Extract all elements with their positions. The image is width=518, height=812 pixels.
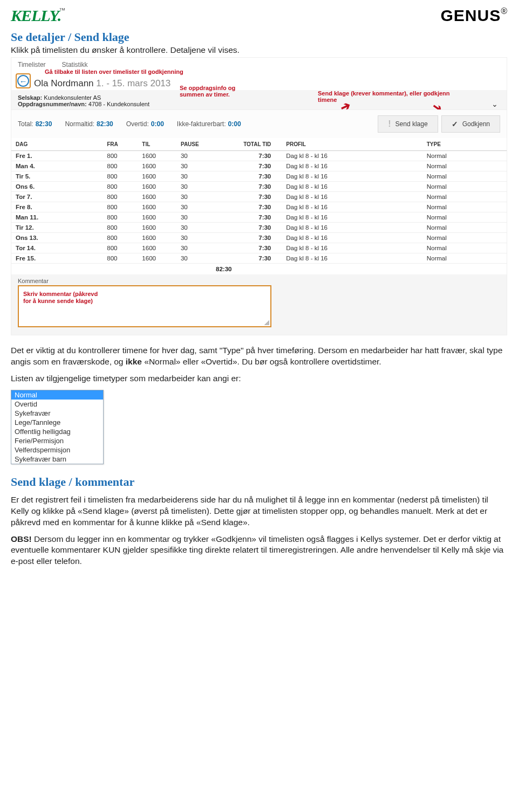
section-title-send-klage: Send klage / kommentar (11, 475, 507, 489)
comment-textarea[interactable]: Skriv kommentar (påkrevd for å kunne sen… (18, 285, 271, 327)
total-label: Total: (18, 120, 33, 128)
table-row: Man 11.8001600307:30Dag kl 8 - kl 16Norm… (11, 212, 507, 223)
dropdown-item[interactable]: Offentlig helligdag (11, 427, 103, 436)
dropdown-item[interactable]: Lege/Tannlege (11, 418, 103, 427)
timesheet-screenshot: Timelister Statistikk ← Gå tilbake til l… (11, 57, 507, 335)
timesheet-table: DAG FRA TIL PAUSE TOTAL TID PROFIL TYPE … (11, 138, 507, 274)
body-para-types: Listen av tilgjengelige timetyper som me… (11, 373, 507, 384)
employee-name: Ola Nordmann (34, 78, 94, 88)
nonbill-value: 0:00 (228, 120, 241, 128)
table-row: Ons 6.8001600307:30Dag kl 8 - kl 16Norma… (11, 182, 507, 192)
header-type: TYPE (422, 138, 507, 151)
footer-total: 82:30 (212, 264, 282, 275)
dropdown-item[interactable]: Ferie/Permisjon (11, 436, 103, 445)
header-til: TIL (138, 138, 176, 151)
table-row: Tir 5.8001600307:30Dag kl 8 - kl 16Norma… (11, 171, 507, 182)
comment-label: Kommentar (18, 278, 500, 284)
tab-timelister[interactable]: Timelister (18, 61, 46, 71)
table-row: Tor 7.8001600307:30Dag kl 8 - kl 16Norma… (11, 192, 507, 202)
body-para-obs: OBS! Dersom du legger inn en kommentar o… (11, 534, 507, 568)
body-para-control: Det er viktig at du kontrollerer timene … (11, 345, 507, 368)
resize-handle-icon[interactable] (264, 320, 269, 325)
header-profil: PROFIL (282, 138, 422, 151)
company-label: Selskap: (18, 94, 42, 101)
kelly-logo: KELLY.™ (11, 6, 65, 25)
dropdown-item[interactable]: Sykefravær barn (11, 455, 103, 464)
section-intro-details: Klikk på timelisten du ønsker å kontroll… (11, 45, 507, 55)
total-value: 82:30 (36, 120, 52, 128)
header-fra: FRA (103, 138, 138, 151)
check-icon: ✓ (452, 120, 458, 128)
time-type-dropdown[interactable]: NormalOvertidSykefraværLege/TannlegeOffe… (11, 390, 104, 464)
normal-label: Normaltid: (65, 120, 94, 128)
nonbill-label: Ikke-fakturerbart: (177, 120, 226, 128)
assignment-value: 4708 - Kundekonsulent (88, 101, 149, 107)
header-total: TOTAL TID (212, 138, 282, 151)
header-pause: PAUSE (176, 138, 212, 151)
dropdown-item[interactable]: Velferdspermisjon (11, 445, 103, 455)
table-row: Tor 14.8001600307:30Dag kl 8 - kl 16Norm… (11, 243, 507, 253)
body-para-send-klage: Er det registrert feil i timelisten fra … (11, 494, 507, 528)
table-row: Tir 12.8001600307:30Dag kl 8 - kl 16Norm… (11, 223, 507, 233)
annotation-comment: Skriv kommentar (påkrevd for å kunne sen… (23, 291, 266, 305)
table-row: Fre 15.8001600307:30Dag kl 8 - kl 16Norm… (11, 253, 507, 264)
company-value: Kundekonsulenter AS (44, 94, 101, 101)
back-button[interactable]: ← (16, 73, 31, 88)
godkjenn-button[interactable]: ✓ Godkjenn (441, 115, 500, 133)
section-title-details: Se detaljer / Send klage (11, 30, 507, 44)
overtime-label: Overtid: (126, 120, 149, 128)
annotation-back: Gå tilbake til listen over timelister ti… (45, 68, 183, 75)
exclaim-icon: ! (388, 119, 391, 129)
overtime-value: 0:00 (151, 120, 164, 128)
normal-value: 82:30 (97, 120, 113, 128)
header-dag: DAG (11, 138, 103, 151)
dropdown-item[interactable]: Normal (11, 390, 103, 400)
assignment-label: Oppdragsnummer/navn: (18, 101, 87, 107)
genus-logo: GENUS® (441, 6, 507, 25)
annotation-actions: Send klage (krever kommentar), eller god… (318, 90, 453, 103)
chevron-down-icon[interactable]: ⌄ (492, 100, 498, 108)
dropdown-item[interactable]: Sykefravær (11, 409, 103, 418)
annotation-assignment: Se oppdragsinfo og summen av timer. (180, 85, 266, 98)
dropdown-item[interactable]: Overtid (11, 400, 103, 409)
table-row: Ons 13.8001600307:30Dag kl 8 - kl 16Norm… (11, 233, 507, 243)
send-klage-button[interactable]: ! Send klage (378, 115, 438, 133)
period-dates: 1. - 15. mars 2013 (96, 78, 171, 88)
table-row: Fre 1.8001600307:30Dag kl 8 - kl 16Norma… (11, 151, 507, 161)
table-row: Fre 8.8001600307:30Dag kl 8 - kl 16Norma… (11, 202, 507, 212)
back-arrow-icon: ← (17, 75, 29, 87)
table-row: Man 4.8001600307:30Dag kl 8 - kl 16Norma… (11, 161, 507, 171)
